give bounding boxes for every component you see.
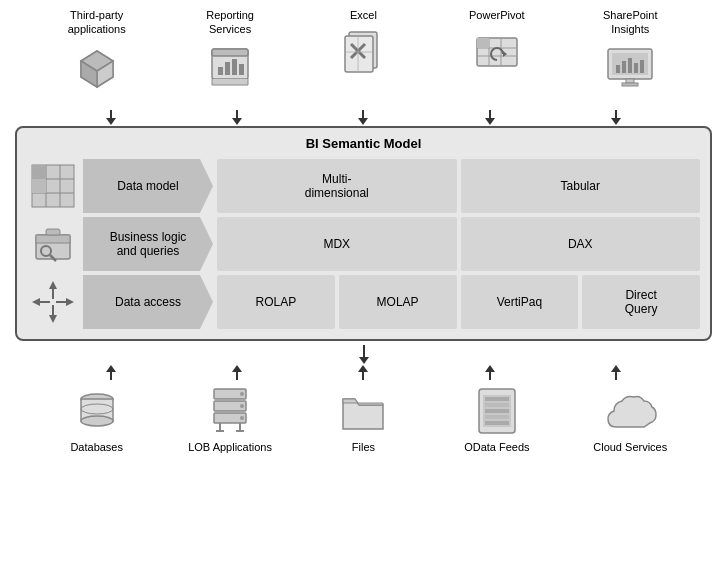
svg-marker-45 xyxy=(49,281,57,289)
bi-rows: Data model Multi-dimensional Tabular xyxy=(27,159,700,329)
svg-rect-8 xyxy=(232,59,237,75)
bi-title: BI Semantic Model xyxy=(27,136,700,151)
bottom-item-odata: OData Feeds xyxy=(447,387,547,453)
top-icon-reporting xyxy=(206,43,254,91)
svg-rect-37 xyxy=(32,165,46,179)
bottom-icon-odata xyxy=(473,387,521,435)
svg-point-61 xyxy=(240,416,244,420)
arrow-lob xyxy=(207,365,267,381)
svg-rect-21 xyxy=(477,38,489,48)
bottom-icon-lob xyxy=(206,387,254,435)
bottom-item-cloud: Cloud Services xyxy=(580,387,680,453)
svg-rect-31 xyxy=(622,83,638,86)
bottom-label-lob: LOB Applications xyxy=(188,441,272,453)
svg-rect-40 xyxy=(36,235,70,243)
top-label-reporting: ReportingServices xyxy=(206,8,254,37)
bi-options-data-access: ROLAP MOLAP VertiPaq DirectQuery xyxy=(217,275,700,329)
bottom-row: Databases LOB Appli xyxy=(0,381,727,481)
bottom-arrows xyxy=(0,365,727,381)
svg-rect-68 xyxy=(485,397,509,401)
top-label-powerpivot: PowerPivot xyxy=(469,8,525,22)
svg-rect-72 xyxy=(485,421,509,425)
bi-option-molap: MOLAP xyxy=(339,275,457,329)
top-item-excel: Excel xyxy=(313,8,413,76)
bi-row-data-model: Data model Multi-dimensional Tabular xyxy=(27,159,700,213)
svg-marker-49 xyxy=(32,298,40,306)
bi-option-dax: DAX xyxy=(461,217,701,271)
top-icon-third-party xyxy=(73,43,121,91)
svg-rect-70 xyxy=(485,409,509,413)
bi-options-business-logic: MDX DAX xyxy=(217,217,700,271)
svg-marker-51 xyxy=(66,298,74,306)
svg-point-54 xyxy=(81,416,113,426)
arrow-reporting xyxy=(207,110,267,126)
bottom-label-cloud: Cloud Services xyxy=(593,441,667,453)
arrow-powerpivot xyxy=(460,110,520,126)
svg-rect-71 xyxy=(485,415,509,419)
arrow-files xyxy=(333,365,393,381)
svg-rect-7 xyxy=(225,62,230,75)
top-item-third-party: Third-partyapplications xyxy=(47,8,147,91)
arrow-excel xyxy=(333,110,393,126)
bi-option-tabular: Tabular xyxy=(461,159,701,213)
bi-option-multidimensional: Multi-dimensional xyxy=(217,159,457,213)
svg-point-59 xyxy=(240,404,244,408)
bottom-icon-files xyxy=(339,387,387,435)
svg-rect-5 xyxy=(212,49,248,56)
arrow-databases xyxy=(81,365,141,381)
bottom-icon-cloud xyxy=(606,387,654,435)
bi-label-data-access: Data access xyxy=(83,275,213,329)
bottom-item-lob: LOB Applications xyxy=(180,387,280,453)
bi-label-data-model: Data model xyxy=(83,159,213,213)
top-label-third-party: Third-partyapplications xyxy=(68,8,126,37)
bi-option-mdx: MDX xyxy=(217,217,457,271)
svg-rect-69 xyxy=(485,403,509,407)
top-item-powerpivot: PowerPivot xyxy=(447,8,547,76)
bottom-label-odata: OData Feeds xyxy=(464,441,529,453)
bi-label-business-logic: Business logicand queries xyxy=(83,217,213,271)
bi-options-data-model: Multi-dimensional Tabular xyxy=(217,159,700,213)
bottom-label-files: Files xyxy=(352,441,375,453)
svg-rect-28 xyxy=(634,63,638,73)
bottom-icon-databases xyxy=(73,387,121,435)
top-label-sharepoint: SharePointInsights xyxy=(603,8,657,37)
top-icon-excel xyxy=(339,28,387,76)
bi-row-data-access: Data access ROLAP MOLAP VertiPaq DirectQ… xyxy=(27,275,700,329)
top-icon-powerpivot xyxy=(473,28,521,76)
center-arrow xyxy=(359,345,369,364)
svg-rect-30 xyxy=(626,79,634,83)
svg-rect-26 xyxy=(622,61,626,73)
svg-point-57 xyxy=(240,392,244,396)
bottom-item-files: Files xyxy=(313,387,413,453)
arrow-third-party xyxy=(81,110,141,126)
bi-option-direct-query: DirectQuery xyxy=(582,275,700,329)
svg-rect-25 xyxy=(616,65,620,73)
svg-marker-47 xyxy=(49,315,57,323)
arrow-odata xyxy=(460,365,520,381)
top-label-excel: Excel xyxy=(350,8,377,22)
diagram-container: Third-partyapplications ReportingService… xyxy=(0,0,727,568)
svg-rect-38 xyxy=(32,179,46,193)
top-item-reporting: ReportingServices xyxy=(180,8,280,91)
bi-icon-business-logic xyxy=(27,217,79,271)
top-arrows xyxy=(0,110,727,126)
bottom-label-databases: Databases xyxy=(70,441,123,453)
svg-rect-9 xyxy=(239,64,244,75)
top-item-sharepoint: SharePointInsights xyxy=(580,8,680,91)
arrow-sharepoint xyxy=(586,110,646,126)
bi-option-vertipaq: VertiPaq xyxy=(461,275,579,329)
bi-row-business-logic: Business logicand queries MDX DAX xyxy=(27,217,700,271)
main-down-arrow xyxy=(0,343,727,363)
svg-rect-27 xyxy=(628,58,632,73)
arrow-cloud xyxy=(586,365,646,381)
bottom-item-databases: Databases xyxy=(47,387,147,453)
bi-icon-data-model xyxy=(27,159,79,213)
svg-rect-29 xyxy=(640,60,644,73)
top-icon-sharepoint xyxy=(606,43,654,91)
bi-semantic-model-box: BI Semantic Model Data mode xyxy=(15,126,712,341)
svg-rect-43 xyxy=(46,229,60,235)
bi-icon-data-access xyxy=(27,275,79,329)
top-row: Third-partyapplications ReportingService… xyxy=(0,0,727,110)
svg-rect-6 xyxy=(218,67,223,75)
bi-option-rolap: ROLAP xyxy=(217,275,335,329)
